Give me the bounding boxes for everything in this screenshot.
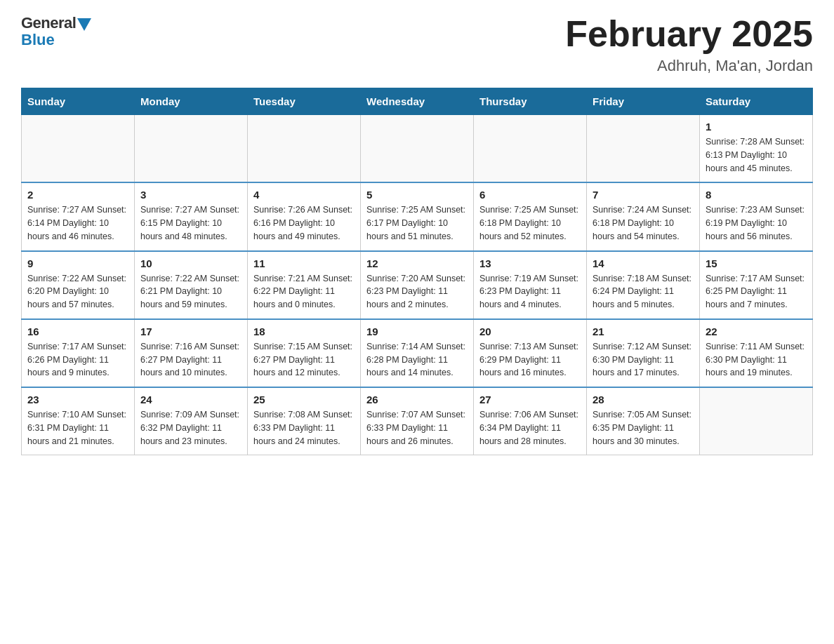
day-number: 11 — [253, 257, 355, 269]
day-info: Sunrise: 7:19 AM Sunset: 6:23 PM Dayligh… — [479, 272, 581, 311]
calendar-cell: 26Sunrise: 7:07 AM Sunset: 6:33 PM Dayli… — [361, 387, 474, 455]
calendar-cell: 12Sunrise: 7:20 AM Sunset: 6:23 PM Dayli… — [361, 251, 474, 319]
day-number: 20 — [479, 326, 581, 337]
logo-general-text: General — [21, 14, 76, 32]
day-info: Sunrise: 7:17 AM Sunset: 6:25 PM Dayligh… — [706, 272, 807, 311]
calendar-cell: 1Sunrise: 7:28 AM Sunset: 6:13 PM Daylig… — [700, 115, 813, 183]
weekday-header-wednesday: Wednesday — [361, 88, 474, 115]
week-row-1: 2Sunrise: 7:27 AM Sunset: 6:14 PM Daylig… — [22, 182, 813, 250]
day-number: 19 — [366, 326, 468, 337]
location-title: Adhruh, Ma'an, Jordan — [565, 57, 813, 75]
calendar-cell: 21Sunrise: 7:12 AM Sunset: 6:30 PM Dayli… — [587, 319, 700, 387]
day-number: 18 — [253, 326, 355, 337]
calendar-cell: 3Sunrise: 7:27 AM Sunset: 6:15 PM Daylig… — [135, 182, 248, 250]
calendar-cell: 8Sunrise: 7:23 AM Sunset: 6:19 PM Daylig… — [700, 182, 813, 250]
day-number: 8 — [706, 189, 807, 201]
week-row-3: 16Sunrise: 7:17 AM Sunset: 6:26 PM Dayli… — [22, 319, 813, 387]
logo-triangle-icon — [77, 18, 91, 31]
day-info: Sunrise: 7:25 AM Sunset: 6:17 PM Dayligh… — [366, 203, 468, 243]
calendar-cell — [135, 115, 248, 183]
day-number: 28 — [593, 394, 694, 405]
weekday-header-friday: Friday — [587, 88, 700, 115]
day-number: 21 — [593, 326, 694, 337]
day-number: 14 — [593, 257, 694, 269]
calendar-cell — [587, 115, 700, 183]
day-info: Sunrise: 7:08 AM Sunset: 6:33 PM Dayligh… — [253, 408, 355, 448]
day-number: 3 — [140, 189, 241, 201]
day-number: 13 — [479, 257, 581, 269]
calendar-cell: 22Sunrise: 7:11 AM Sunset: 6:30 PM Dayli… — [700, 319, 813, 387]
day-number: 26 — [366, 394, 468, 405]
weekday-header-thursday: Thursday — [474, 88, 587, 115]
day-number: 4 — [253, 189, 355, 201]
page-header: General Blue February 2025 Adhruh, Ma'an… — [21, 14, 813, 75]
day-info: Sunrise: 7:27 AM Sunset: 6:14 PM Dayligh… — [27, 203, 128, 243]
day-info: Sunrise: 7:15 AM Sunset: 6:27 PM Dayligh… — [253, 340, 355, 380]
weekday-header-saturday: Saturday — [700, 88, 813, 115]
day-info: Sunrise: 7:21 AM Sunset: 6:22 PM Dayligh… — [253, 272, 355, 311]
day-number: 24 — [140, 394, 241, 405]
week-row-0: 1Sunrise: 7:28 AM Sunset: 6:13 PM Daylig… — [22, 115, 813, 183]
calendar-cell: 23Sunrise: 7:10 AM Sunset: 6:31 PM Dayli… — [22, 387, 135, 455]
calendar-cell: 10Sunrise: 7:22 AM Sunset: 6:21 PM Dayli… — [135, 251, 248, 319]
calendar-cell: 15Sunrise: 7:17 AM Sunset: 6:25 PM Dayli… — [700, 251, 813, 319]
calendar-cell: 2Sunrise: 7:27 AM Sunset: 6:14 PM Daylig… — [22, 182, 135, 250]
calendar-cell: 14Sunrise: 7:18 AM Sunset: 6:24 PM Dayli… — [587, 251, 700, 319]
calendar-cell: 6Sunrise: 7:25 AM Sunset: 6:18 PM Daylig… — [474, 182, 587, 250]
calendar-cell: 5Sunrise: 7:25 AM Sunset: 6:17 PM Daylig… — [361, 182, 474, 250]
calendar-cell: 13Sunrise: 7:19 AM Sunset: 6:23 PM Dayli… — [474, 251, 587, 319]
day-info: Sunrise: 7:06 AM Sunset: 6:34 PM Dayligh… — [479, 408, 581, 448]
title-block: February 2025 Adhruh, Ma'an, Jordan — [565, 14, 813, 75]
day-info: Sunrise: 7:28 AM Sunset: 6:13 PM Dayligh… — [706, 135, 807, 175]
day-info: Sunrise: 7:09 AM Sunset: 6:32 PM Dayligh… — [140, 408, 241, 448]
logo: General Blue — [21, 14, 91, 49]
week-row-2: 9Sunrise: 7:22 AM Sunset: 6:20 PM Daylig… — [22, 251, 813, 319]
logo-blue-text: Blue — [21, 31, 55, 49]
day-info: Sunrise: 7:20 AM Sunset: 6:23 PM Dayligh… — [366, 272, 468, 311]
day-number: 12 — [366, 257, 468, 269]
day-number: 23 — [27, 394, 128, 405]
day-info: Sunrise: 7:05 AM Sunset: 6:35 PM Dayligh… — [593, 408, 694, 448]
day-number: 10 — [140, 257, 241, 269]
day-info: Sunrise: 7:12 AM Sunset: 6:30 PM Dayligh… — [593, 340, 694, 380]
day-info: Sunrise: 7:27 AM Sunset: 6:15 PM Dayligh… — [140, 203, 241, 243]
weekday-header-row: SundayMondayTuesdayWednesdayThursdayFrid… — [22, 88, 813, 115]
month-title: February 2025 — [565, 14, 813, 54]
day-number: 17 — [140, 326, 241, 337]
day-info: Sunrise: 7:10 AM Sunset: 6:31 PM Dayligh… — [27, 408, 128, 448]
calendar-cell: 25Sunrise: 7:08 AM Sunset: 6:33 PM Dayli… — [248, 387, 361, 455]
calendar-cell: 4Sunrise: 7:26 AM Sunset: 6:16 PM Daylig… — [248, 182, 361, 250]
day-info: Sunrise: 7:16 AM Sunset: 6:27 PM Dayligh… — [140, 340, 241, 380]
weekday-header-sunday: Sunday — [22, 88, 135, 115]
week-row-4: 23Sunrise: 7:10 AM Sunset: 6:31 PM Dayli… — [22, 387, 813, 455]
day-info: Sunrise: 7:24 AM Sunset: 6:18 PM Dayligh… — [593, 203, 694, 243]
day-number: 7 — [593, 189, 694, 201]
day-number: 16 — [27, 326, 128, 337]
day-info: Sunrise: 7:11 AM Sunset: 6:30 PM Dayligh… — [706, 340, 807, 380]
calendar-cell — [248, 115, 361, 183]
calendar-cell — [474, 115, 587, 183]
day-info: Sunrise: 7:22 AM Sunset: 6:20 PM Dayligh… — [27, 272, 128, 311]
calendar-cell: 11Sunrise: 7:21 AM Sunset: 6:22 PM Dayli… — [248, 251, 361, 319]
weekday-header-tuesday: Tuesday — [248, 88, 361, 115]
day-number: 27 — [479, 394, 581, 405]
calendar-table: SundayMondayTuesdayWednesdayThursdayFrid… — [21, 88, 813, 455]
day-number: 2 — [27, 189, 128, 201]
day-number: 25 — [253, 394, 355, 405]
calendar-cell: 28Sunrise: 7:05 AM Sunset: 6:35 PM Dayli… — [587, 387, 700, 455]
day-number: 6 — [479, 189, 581, 201]
day-info: Sunrise: 7:13 AM Sunset: 6:29 PM Dayligh… — [479, 340, 581, 380]
calendar-cell: 20Sunrise: 7:13 AM Sunset: 6:29 PM Dayli… — [474, 319, 587, 387]
weekday-header-monday: Monday — [135, 88, 248, 115]
day-number: 1 — [706, 121, 807, 133]
day-info: Sunrise: 7:25 AM Sunset: 6:18 PM Dayligh… — [479, 203, 581, 243]
day-info: Sunrise: 7:26 AM Sunset: 6:16 PM Dayligh… — [253, 203, 355, 243]
day-number: 15 — [706, 257, 807, 269]
day-info: Sunrise: 7:07 AM Sunset: 6:33 PM Dayligh… — [366, 408, 468, 448]
day-info: Sunrise: 7:22 AM Sunset: 6:21 PM Dayligh… — [140, 272, 241, 311]
calendar-cell — [22, 115, 135, 183]
day-info: Sunrise: 7:14 AM Sunset: 6:28 PM Dayligh… — [366, 340, 468, 380]
calendar-cell: 18Sunrise: 7:15 AM Sunset: 6:27 PM Dayli… — [248, 319, 361, 387]
day-info: Sunrise: 7:23 AM Sunset: 6:19 PM Dayligh… — [706, 203, 807, 243]
day-number: 9 — [27, 257, 128, 269]
